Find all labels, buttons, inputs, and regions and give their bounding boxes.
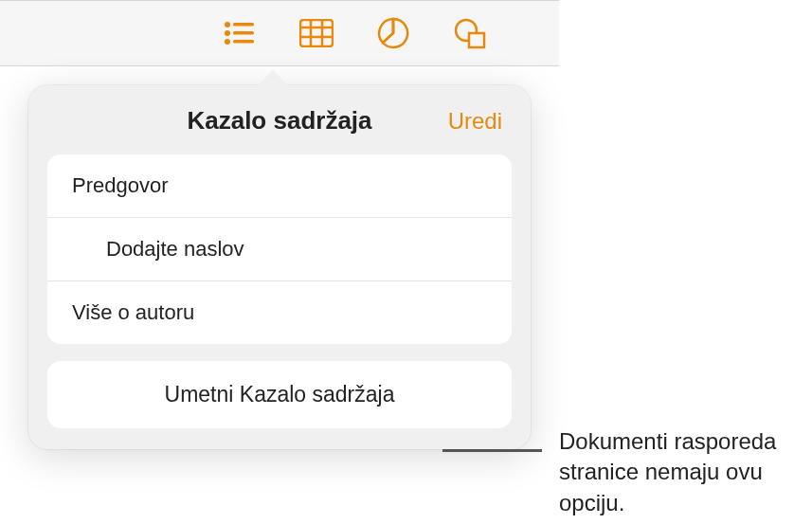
insert-toc-button[interactable]: Umetni Kazalo sadržaja [47,361,512,428]
toc-item[interactable]: Više o autoru [47,281,512,344]
list-icon[interactable] [223,16,257,50]
svg-rect-6 [300,20,333,46]
toc-item[interactable]: Predgovor [47,154,512,218]
toolbar [0,0,559,66]
svg-rect-1 [233,23,254,27]
svg-point-2 [225,30,230,36]
chart-icon[interactable] [376,16,410,50]
edit-button[interactable]: Uredi [448,108,502,135]
popover-title: Kazalo sadržaja [187,106,371,136]
callout-text: Dokumenti rasporeda stranice nemaju ovu … [559,426,805,518]
svg-rect-5 [233,40,254,44]
toc-list: Predgovor Dodajte naslov Više o autoru [47,154,512,344]
table-icon[interactable] [299,16,334,50]
svg-point-0 [225,22,230,27]
toc-popover: Kazalo sadržaja Uredi Predgovor Dodajte … [28,85,531,449]
svg-rect-3 [233,31,254,35]
popover-header: Kazalo sadržaja Uredi [28,85,531,154]
callout-line [442,449,542,452]
svg-rect-13 [469,33,484,47]
toc-item[interactable]: Dodajte naslov [47,218,512,281]
shape-icon[interactable] [453,16,487,50]
svg-point-4 [225,39,230,45]
